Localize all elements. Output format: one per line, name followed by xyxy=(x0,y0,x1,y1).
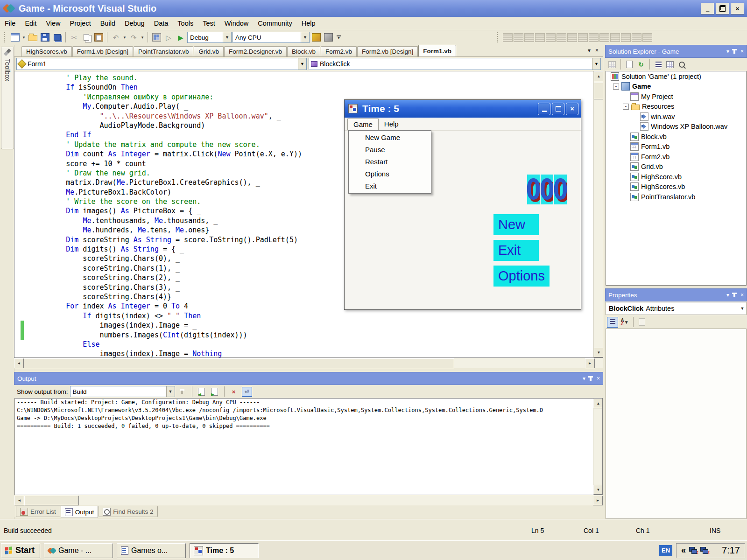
clear-all-button[interactable]: × xyxy=(228,386,240,397)
pin-icon[interactable] xyxy=(733,49,735,54)
add-new-item-button[interactable] xyxy=(9,32,21,43)
word-wrap-button[interactable]: ⏎ xyxy=(241,386,253,397)
game-menu-item-pause[interactable]: Pause xyxy=(349,144,431,156)
chevron-down-icon[interactable]: ▼ xyxy=(298,58,306,70)
toolbar-overflow-button[interactable]: ▾ xyxy=(336,35,342,39)
tree-item-grid-vb[interactable]: Grid.vb xyxy=(606,162,746,172)
menu-item-edit[interactable]: Edit xyxy=(20,18,41,29)
close-tab-button[interactable]: × xyxy=(595,47,599,54)
editor-horizontal-scrollbar[interactable]: ◄ ► xyxy=(14,358,603,368)
output-text-area[interactable]: ------ Build started: Project: Game, Con… xyxy=(14,398,603,495)
toolbox-tab[interactable]: Toolbox xyxy=(1,47,14,149)
editor-tab-pointtranslator-vb[interactable]: PointTranslator.vb xyxy=(134,46,193,56)
save-button[interactable] xyxy=(39,32,50,43)
tree-item-resources[interactable]: -Resources xyxy=(606,102,746,112)
text-editor-toolbar-button[interactable] xyxy=(524,33,534,42)
window-position-dropdown[interactable]: ▾ xyxy=(726,292,729,298)
solution-explorer-title-bar[interactable]: Solution Explorer - Game ▾ × xyxy=(605,45,747,58)
chevron-down-icon[interactable]: ▼ xyxy=(301,32,309,42)
objects-combo[interactable]: Form1 ▼ xyxy=(16,58,307,70)
find-message-button[interactable] xyxy=(177,386,188,397)
solution-platform-combo[interactable]: Any CPU ▼ xyxy=(233,32,310,43)
game-menu-item-options[interactable]: Options xyxy=(349,168,431,180)
vertical-scroll-thumb[interactable] xyxy=(594,83,603,99)
editor-tab-form2-vb-design[interactable]: Form2.vb [Design] xyxy=(357,46,418,56)
menu-item-community[interactable]: Community xyxy=(253,18,296,29)
tree-item-my-project[interactable]: My Project xyxy=(606,91,746,102)
previous-message-button[interactable]: ◄ xyxy=(196,386,207,397)
language-indicator[interactable]: EN xyxy=(659,545,672,556)
text-editor-toolbar-button[interactable] xyxy=(610,33,620,42)
close-panel-button[interactable]: × xyxy=(597,375,600,382)
copy-button[interactable] xyxy=(81,32,92,43)
horizontal-scroll-thumb[interactable] xyxy=(24,496,79,505)
game-menu-game[interactable]: Game xyxy=(347,119,379,130)
menu-item-file[interactable]: File xyxy=(0,18,20,29)
build-button[interactable] xyxy=(151,32,162,43)
properties-object-combo[interactable]: BlockClick Attributes ▼ xyxy=(606,302,747,315)
view-code-button[interactable] xyxy=(653,60,663,70)
editor-tab-form2-designer-vb[interactable]: Form2.Designer.vb xyxy=(224,46,287,56)
menu-item-window[interactable]: Window xyxy=(220,18,254,29)
menu-item-debug[interactable]: Debug xyxy=(120,18,149,29)
text-editor-toolbar-button[interactable] xyxy=(557,33,566,42)
menu-item-test[interactable]: Test xyxy=(198,18,220,29)
game-menu-help[interactable]: Help xyxy=(379,119,404,129)
editor-tab-form1-vb-design[interactable]: Form1.vb [Design] xyxy=(72,46,133,56)
close-button[interactable]: × xyxy=(731,3,744,14)
output-horizontal-scrollbar[interactable]: ◄ ► xyxy=(14,496,603,505)
game-menu-item-restart[interactable]: Restart xyxy=(349,156,431,168)
tree-item-form2-vb[interactable]: Form2.vb xyxy=(606,152,746,162)
undo-button[interactable]: ↶ xyxy=(110,32,121,43)
tree-item-pointtranslator-vb[interactable]: PointTranslator.vb xyxy=(606,192,746,202)
text-editor-toolbar-button[interactable] xyxy=(514,33,523,42)
start-debugging-button[interactable]: ▶ xyxy=(175,32,186,43)
text-editor-toolbar-button[interactable] xyxy=(632,33,641,42)
solution-configuration-combo[interactable]: Debug ▼ xyxy=(187,32,232,43)
menu-item-project[interactable]: Project xyxy=(65,18,96,29)
show-all-files-button[interactable] xyxy=(624,60,634,70)
tree-item-windows-xp-balloon-wav[interactable]: Windows XP Balloon.wav xyxy=(606,122,746,132)
properties-button[interactable] xyxy=(607,60,617,70)
text-editor-toolbar-button[interactable] xyxy=(589,33,599,42)
cut-button[interactable]: ✂ xyxy=(69,32,80,43)
tree-item-form1-vb[interactable]: Form1.vb xyxy=(606,142,746,152)
close-button[interactable]: × xyxy=(566,103,578,115)
output-vertical-scrollbar[interactable]: ▲ ▼ xyxy=(593,399,602,495)
text-editor-toolbar-button[interactable] xyxy=(535,33,545,42)
editor-tab-form1-vb[interactable]: Form1.vb xyxy=(418,45,456,56)
game-menu-item-new-game[interactable]: New Game xyxy=(349,132,431,144)
expander-minus-icon[interactable]: - xyxy=(613,84,619,90)
output-title-bar[interactable]: Output ▾ × xyxy=(14,372,603,385)
add-new-item-dropdown[interactable]: ▾ xyxy=(21,35,26,40)
game-menu-item-exit[interactable]: Exit xyxy=(349,180,431,192)
taskbar-button-games-o[interactable]: Games o... xyxy=(117,543,186,558)
pin-icon[interactable] xyxy=(733,293,735,297)
scroll-right-button[interactable]: ► xyxy=(593,496,603,505)
tools-button[interactable] xyxy=(323,32,334,43)
panel-tab-output[interactable]: Output xyxy=(61,506,99,518)
tray-collapse-button[interactable]: « xyxy=(681,546,686,555)
editor-tab-block-vb[interactable]: Block.vb xyxy=(287,46,320,56)
editor-tab-form2-vb[interactable]: Form2.vb xyxy=(321,46,357,56)
taskbar-button-game[interactable]: Game - ... xyxy=(44,543,113,558)
toolbar-grip[interactable] xyxy=(497,32,500,42)
scroll-up-button[interactable]: ▲ xyxy=(594,71,603,81)
text-editor-toolbar-button[interactable] xyxy=(599,33,609,42)
view-class-diagram-button[interactable] xyxy=(677,60,687,70)
redo-button[interactable]: ↷ xyxy=(128,32,139,43)
text-editor-toolbar-button[interactable] xyxy=(567,33,577,42)
text-editor-toolbar-button[interactable] xyxy=(503,33,513,42)
maximize-button[interactable] xyxy=(552,103,564,115)
clock[interactable]: 7:17 xyxy=(722,545,740,556)
exit-button[interactable]: Exit xyxy=(493,240,539,261)
menu-item-view[interactable]: View xyxy=(41,18,65,29)
menu-item-build[interactable]: Build xyxy=(96,18,120,29)
undo-dropdown[interactable]: ▾ xyxy=(122,35,127,40)
scroll-down-button[interactable]: ▼ xyxy=(594,348,603,357)
new-button[interactable]: New xyxy=(493,214,539,235)
scroll-left-button[interactable]: ◄ xyxy=(14,358,24,368)
text-editor-toolbar-button[interactable] xyxy=(546,33,556,42)
editor-tab-highscores-vb[interactable]: HighScores.vb xyxy=(21,46,72,56)
properties-grid[interactable] xyxy=(606,329,747,519)
